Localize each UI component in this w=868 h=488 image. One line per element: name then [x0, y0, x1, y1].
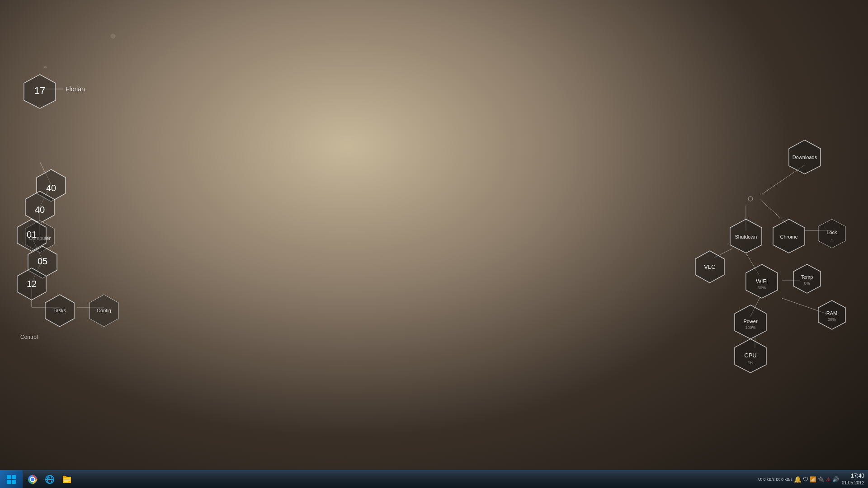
- computer-widget: Florian 17 40 40 Computer: [9, 72, 127, 217]
- volume-icon[interactable]: 🔊: [832, 476, 839, 483]
- svg-text:4%: 4%: [747, 360, 753, 365]
- svg-text:e: e: [48, 475, 50, 479]
- hex-tasks-label[interactable]: Tasks: [53, 308, 66, 313]
- svg-rect-101: [64, 480, 70, 481]
- hex-cpu-label[interactable]: CPU: [744, 352, 756, 359]
- svg-rect-88: [12, 475, 16, 479]
- taskbar-system-tray: U: 0 kB/s D: 0 kB/s 🔔 🛡 📶 🔌 ⚠ 🔊 17:40 01…: [758, 473, 868, 486]
- svg-rect-89: [7, 480, 11, 484]
- svg-text:-: -: [831, 237, 833, 241]
- svg-text:0%: 0%: [804, 281, 810, 286]
- hex-12-value[interactable]: 12: [27, 279, 37, 289]
- start-button[interactable]: [0, 470, 23, 488]
- svg-rect-90: [12, 480, 16, 484]
- svg-text:100%: 100%: [745, 325, 755, 330]
- hex-40b-value[interactable]: 40: [35, 205, 45, 215]
- svg-text:30%: 30%: [758, 286, 766, 290]
- svg-line-62: [762, 201, 787, 224]
- network-icon[interactable]: 📶: [810, 476, 816, 483]
- clock-date: 01.05.2012: [842, 480, 864, 486]
- usb-icon[interactable]: 🔌: [818, 476, 825, 483]
- control-widget: 01 05 12 Tasks Config Control: [7, 217, 133, 343]
- svg-rect-100: [64, 479, 70, 479]
- network-download: D: 0 kB/s: [776, 477, 793, 482]
- antivirus-icon[interactable]: ⚠: [826, 476, 831, 483]
- svg-rect-87: [7, 475, 11, 479]
- taskbar-ie-icon[interactable]: e: [42, 471, 58, 488]
- hex-40a-value[interactable]: 40: [46, 183, 56, 193]
- hex-chrome-label[interactable]: Chrome: [780, 234, 797, 239]
- hex-01-value[interactable]: 01: [27, 230, 37, 239]
- notifications-icon[interactable]: 🔔: [794, 476, 802, 483]
- svg-point-93: [31, 478, 34, 481]
- security-icon[interactable]: 🛡: [803, 476, 808, 483]
- svg-rect-102: [64, 481, 68, 482]
- hex-power-label[interactable]: Power: [743, 319, 758, 324]
- taskbar: e U: 0 kB/s D: 0 kB/s 🔔 🛡 📶 🔌 ⚠ 🔊: [0, 470, 868, 488]
- hex-lock-label[interactable]: Lock: [826, 230, 837, 235]
- hex-vlc-label[interactable]: VLC: [704, 263, 715, 270]
- hex-wifi-label[interactable]: WiFi: [756, 278, 768, 285]
- svg-point-71: [748, 197, 753, 201]
- taskbar-files-icon[interactable]: [59, 471, 75, 488]
- hex-config-label[interactable]: Config: [97, 308, 111, 313]
- hex-17-value[interactable]: 17: [34, 85, 45, 96]
- system-tray-icons: U: 0 kB/s D: 0 kB/s 🔔 🛡 📶 🔌 ⚠ 🔊: [758, 476, 839, 483]
- hex-downloads-label[interactable]: Downloads: [793, 155, 817, 160]
- hex-05-value[interactable]: 05: [38, 256, 47, 266]
- hex-shutdown-label[interactable]: Shutdown: [735, 234, 757, 239]
- svg-text:29%: 29%: [828, 317, 836, 322]
- taskbar-chrome-icon[interactable]: [24, 471, 41, 488]
- florian-label: Florian: [66, 85, 85, 93]
- hex-ram-label[interactable]: RAM: [826, 310, 837, 316]
- svg-rect-99: [63, 476, 66, 478]
- network-upload: U: 0 kB/s: [758, 477, 775, 482]
- clock-time: 17:40: [842, 473, 864, 480]
- control-label: Control: [20, 334, 38, 340]
- system-clock[interactable]: 17:40 01.05.2012: [842, 473, 864, 486]
- right-widget-cluster: Downloads Shutdown Chrome Lock - VLC WiF…: [656, 136, 863, 352]
- taskbar-app-icons: e: [23, 471, 77, 488]
- hex-temp-label[interactable]: Temp: [801, 274, 813, 280]
